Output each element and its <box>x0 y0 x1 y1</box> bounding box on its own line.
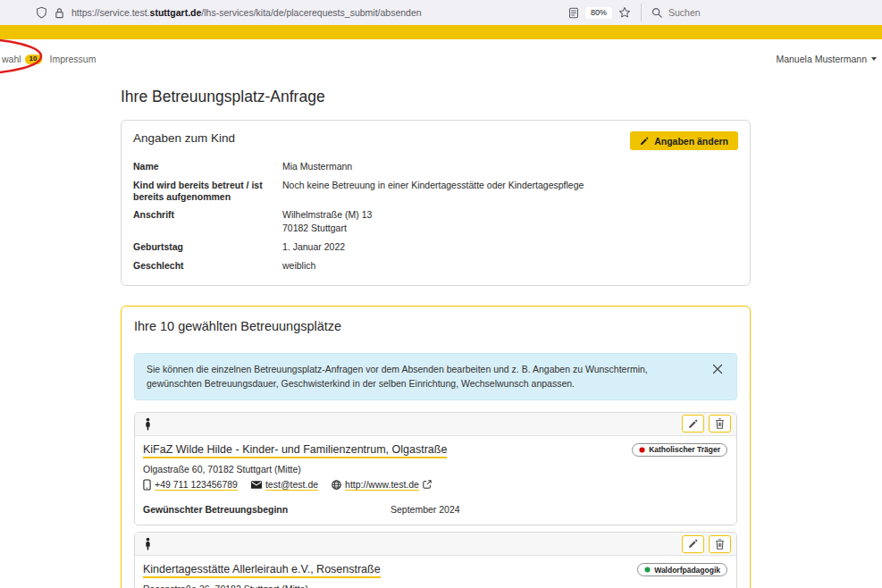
browser-search-field[interactable] <box>651 7 873 18</box>
facility-card-header <box>135 413 736 436</box>
url-text: https://service.test.stuttgart.de/lhs-se… <box>71 7 422 18</box>
selected-places-card: Ihre 10 gewählten Betreuungsplätze Sie k… <box>121 306 751 588</box>
page-title: Ihre Betreuungsplatz-Anfrage <box>121 88 751 106</box>
facility-contact-row: +49 711 123456789 test@test.de http://ww… <box>143 479 727 491</box>
user-menu[interactable]: Manuela Mustermann <box>776 54 877 64</box>
external-link-icon <box>423 480 432 489</box>
reader-mode-icon[interactable] <box>568 7 579 19</box>
care-begin-value: September 2024 <box>391 504 460 515</box>
facility-address: Rosenstraße 36, 70182 Stuttgart (Mitte) <box>143 584 727 588</box>
close-icon[interactable] <box>710 362 725 376</box>
facility-address: Olgastraße 60, 70182 Stuttgart (Mitte) <box>143 464 727 475</box>
envelope-icon <box>251 481 262 489</box>
header-nav: wahl 10 Impressum <box>2 54 96 64</box>
badge-dot-icon <box>639 447 645 453</box>
facility-badge: Waldorfpädagogik <box>637 563 727 576</box>
lock-icon[interactable] <box>55 7 64 19</box>
url-bar[interactable]: https://service.test.stuttgart.de/lhs-se… <box>71 3 561 22</box>
trash-icon <box>715 539 725 550</box>
browser-toolbar: https://service.test.stuttgart.de/lhs-se… <box>0 0 882 25</box>
delete-request-button[interactable] <box>709 415 731 433</box>
facility-badge-label: Waldorfpädagogik <box>654 566 720 575</box>
facility-badge: Katholischer Träger <box>632 443 727 457</box>
globe-icon <box>332 480 341 490</box>
info-alert: Sie können die einzelnen Betreuungsplatz… <box>134 353 737 400</box>
facility-card: Kindertagesstätte Allerleirauh e.V., Ros… <box>134 532 737 588</box>
pencil-icon <box>688 419 698 429</box>
mobile-phone-icon <box>143 479 151 491</box>
site-header: wahl 10 Impressum Manuela Mustermann <box>0 39 882 79</box>
field-row-care-status: Kind wird bereits betreut / ist bereits … <box>133 180 738 204</box>
selected-places-heading: Ihre 10 gewählten Betreuungsplätze <box>134 319 737 333</box>
selection-count-badge: 10 <box>25 55 42 64</box>
person-icon <box>143 537 153 550</box>
child-details-heading: Angaben zum Kind <box>133 131 235 145</box>
badge-dot-icon <box>644 567 651 573</box>
nav-item-impressum-label: Impressum <box>50 54 97 64</box>
facility-email-link[interactable]: test@test.de <box>265 479 318 491</box>
child-details-header: Angaben zum Kind Angaben ändern <box>133 131 738 150</box>
user-name: Manuela Mustermann <box>776 54 867 64</box>
toolbar-divider <box>641 4 642 21</box>
stuttgart-brand-bar <box>0 25 882 39</box>
facility-website-link[interactable]: http://www.test.de <box>345 479 419 491</box>
pencil-icon <box>640 137 649 146</box>
child-details-card: Angaben zum Kind Angaben ändern Name Mia… <box>121 120 751 286</box>
person-icon <box>143 417 153 431</box>
facility-card-header <box>135 533 736 556</box>
field-row-birthday: Geburtstag 1. Januar 2022 <box>133 241 738 254</box>
field-row-name: Name Mia Mustermann <box>133 161 738 173</box>
field-row-address: Anschrift Wilhelmstraße (M) 1370182 Stut… <box>133 209 738 235</box>
care-begin-row: Gewünschter Betreuungsbeginn September 2… <box>143 504 727 515</box>
info-alert-text: Sie können die einzelnen Betreuungsplatz… <box>147 362 683 391</box>
edit-request-button[interactable] <box>682 415 704 433</box>
pencil-icon <box>688 539 698 549</box>
bookmark-star-icon[interactable] <box>618 6 631 19</box>
zoom-level-badge[interactable]: 80% <box>585 7 612 19</box>
field-row-gender: Geschlecht weiblich <box>133 260 738 273</box>
shield-icon[interactable] <box>36 6 47 19</box>
facility-card: KiFaZ Wilde Hilde - Kinder- und Familien… <box>134 412 737 526</box>
edit-request-button[interactable] <box>682 535 704 553</box>
search-icon <box>651 7 662 18</box>
facility-badge-label: Katholischer Träger <box>649 445 720 454</box>
search-input[interactable] <box>668 7 873 18</box>
facility-name-link[interactable]: Kindertagesstätte Allerleirauh e.V., Ros… <box>143 563 381 578</box>
nav-item-selection[interactable]: wahl 10 <box>2 54 42 64</box>
nav-item-selection-label: wahl <box>2 54 21 64</box>
edit-button-label: Angaben ändern <box>654 136 728 147</box>
facility-name-link[interactable]: KiFaZ Wilde Hilde - Kinder- und Familien… <box>143 443 447 458</box>
facility-phone-link[interactable]: +49 711 123456789 <box>155 479 238 491</box>
toolbar-right: 80% <box>568 4 873 21</box>
chevron-down-icon <box>871 57 877 61</box>
trash-icon <box>715 418 725 429</box>
nav-item-impressum[interactable]: Impressum <box>50 54 97 64</box>
main-content: Ihre Betreuungsplatz-Anfrage Angaben zum… <box>121 88 751 588</box>
edit-child-details-button[interactable]: Angaben ändern <box>630 131 738 150</box>
delete-request-button[interactable] <box>709 535 731 553</box>
